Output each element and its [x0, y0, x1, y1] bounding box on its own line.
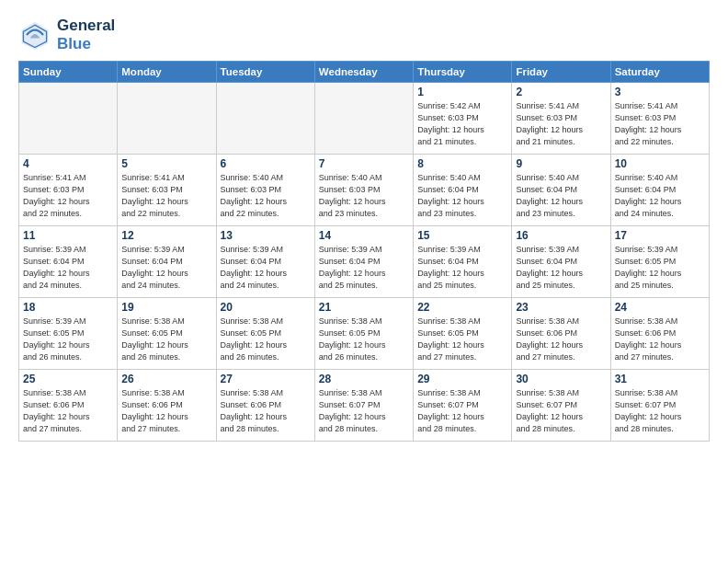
weekday-header-saturday: Saturday: [610, 62, 709, 83]
day-info: Sunrise: 5:41 AM Sunset: 6:03 PM Dayligh…: [615, 100, 705, 148]
day-info: Sunrise: 5:41 AM Sunset: 6:03 PM Dayligh…: [516, 100, 606, 148]
calendar-cell: 14Sunrise: 5:39 AM Sunset: 6:04 PM Dayli…: [314, 226, 413, 298]
day-info: Sunrise: 5:41 AM Sunset: 6:03 PM Dayligh…: [23, 172, 113, 220]
day-number: 16: [516, 229, 606, 242]
day-info: Sunrise: 5:39 AM Sunset: 6:04 PM Dayligh…: [23, 244, 113, 292]
calendar-cell: 1Sunrise: 5:42 AM Sunset: 6:03 PM Daylig…: [414, 83, 512, 155]
day-info: Sunrise: 5:40 AM Sunset: 6:04 PM Dayligh…: [516, 172, 606, 220]
calendar-cell: [118, 83, 216, 155]
calendar-cell: 26Sunrise: 5:38 AM Sunset: 6:06 PM Dayli…: [118, 370, 216, 442]
day-info: Sunrise: 5:39 AM Sunset: 6:04 PM Dayligh…: [121, 244, 211, 292]
calendar-cell: 7Sunrise: 5:40 AM Sunset: 6:03 PM Daylig…: [314, 155, 413, 226]
calendar-cell: 8Sunrise: 5:40 AM Sunset: 6:04 PM Daylig…: [414, 155, 512, 226]
calendar-cell: 6Sunrise: 5:40 AM Sunset: 6:03 PM Daylig…: [216, 155, 314, 226]
day-info: Sunrise: 5:38 AM Sunset: 6:05 PM Dayligh…: [221, 316, 311, 363]
weekday-header-sunday: Sunday: [19, 62, 118, 83]
day-number: 11: [23, 229, 113, 242]
calendar-cell: 19Sunrise: 5:38 AM Sunset: 6:05 PM Dayli…: [118, 298, 216, 370]
weekday-header-friday: Friday: [512, 62, 610, 83]
day-info: Sunrise: 5:38 AM Sunset: 6:05 PM Dayligh…: [319, 316, 409, 363]
weekday-header-row: SundayMondayTuesdayWednesdayThursdayFrid…: [19, 62, 710, 83]
day-number: 25: [23, 373, 113, 385]
day-number: 26: [121, 373, 211, 385]
calendar-cell: 17Sunrise: 5:39 AM Sunset: 6:05 PM Dayli…: [610, 226, 709, 298]
day-info: Sunrise: 5:38 AM Sunset: 6:06 PM Dayligh…: [23, 387, 113, 435]
calendar-cell: 23Sunrise: 5:38 AM Sunset: 6:06 PM Dayli…: [512, 298, 610, 370]
day-number: 2: [516, 86, 606, 98]
calendar-table: SundayMondayTuesdayWednesdayThursdayFrid…: [18, 61, 710, 442]
calendar-cell: 2Sunrise: 5:41 AM Sunset: 6:03 PM Daylig…: [512, 83, 610, 155]
day-info: Sunrise: 5:41 AM Sunset: 6:03 PM Dayligh…: [121, 172, 211, 220]
day-info: Sunrise: 5:40 AM Sunset: 6:04 PM Dayligh…: [615, 172, 705, 220]
day-info: Sunrise: 5:39 AM Sunset: 6:04 PM Dayligh…: [516, 244, 606, 292]
logo: General Blue: [18, 17, 115, 53]
calendar-cell: 3Sunrise: 5:41 AM Sunset: 6:03 PM Daylig…: [610, 83, 709, 155]
day-number: 24: [615, 301, 705, 314]
calendar-cell: 24Sunrise: 5:38 AM Sunset: 6:06 PM Dayli…: [610, 298, 709, 370]
calendar-cell: 28Sunrise: 5:38 AM Sunset: 6:07 PM Dayli…: [314, 370, 413, 442]
day-number: 21: [319, 301, 409, 314]
calendar-cell: 22Sunrise: 5:38 AM Sunset: 6:05 PM Dayli…: [414, 298, 512, 370]
day-number: 19: [121, 301, 211, 314]
week-row-3: 11Sunrise: 5:39 AM Sunset: 6:04 PM Dayli…: [19, 226, 710, 298]
logo-text: General Blue: [57, 17, 115, 53]
day-number: 3: [615, 86, 705, 98]
day-info: Sunrise: 5:38 AM Sunset: 6:06 PM Dayligh…: [516, 316, 606, 363]
day-number: 1: [417, 86, 507, 98]
day-info: Sunrise: 5:38 AM Sunset: 6:07 PM Dayligh…: [417, 387, 507, 435]
day-number: 17: [615, 229, 705, 242]
day-info: Sunrise: 5:40 AM Sunset: 6:03 PM Dayligh…: [319, 172, 409, 220]
calendar-cell: 9Sunrise: 5:40 AM Sunset: 6:04 PM Daylig…: [512, 155, 610, 226]
day-number: 28: [319, 373, 409, 385]
calendar-cell: 13Sunrise: 5:39 AM Sunset: 6:04 PM Dayli…: [216, 226, 314, 298]
day-info: Sunrise: 5:38 AM Sunset: 6:07 PM Dayligh…: [615, 387, 705, 435]
day-number: 10: [615, 157, 705, 170]
day-number: 20: [221, 301, 311, 314]
weekday-header-tuesday: Tuesday: [216, 62, 314, 83]
calendar-cell: 21Sunrise: 5:38 AM Sunset: 6:05 PM Dayli…: [314, 298, 413, 370]
day-info: Sunrise: 5:38 AM Sunset: 6:06 PM Dayligh…: [615, 316, 705, 363]
weekday-header-wednesday: Wednesday: [314, 62, 413, 83]
calendar-cell: 20Sunrise: 5:38 AM Sunset: 6:05 PM Dayli…: [216, 298, 314, 370]
day-info: Sunrise: 5:38 AM Sunset: 6:05 PM Dayligh…: [121, 316, 211, 363]
calendar-cell: [19, 83, 118, 155]
day-number: 15: [417, 229, 507, 242]
day-number: 30: [516, 373, 606, 385]
calendar-cell: 30Sunrise: 5:38 AM Sunset: 6:07 PM Dayli…: [512, 370, 610, 442]
day-info: Sunrise: 5:40 AM Sunset: 6:04 PM Dayligh…: [417, 172, 507, 220]
calendar-cell: 25Sunrise: 5:38 AM Sunset: 6:06 PM Dayli…: [19, 370, 118, 442]
calendar-body: 1Sunrise: 5:42 AM Sunset: 6:03 PM Daylig…: [19, 83, 710, 442]
calendar-cell: 11Sunrise: 5:39 AM Sunset: 6:04 PM Dayli…: [19, 226, 118, 298]
page: General Blue SundayMondayTuesdayWednesda…: [0, 0, 728, 563]
calendar-cell: 29Sunrise: 5:38 AM Sunset: 6:07 PM Dayli…: [414, 370, 512, 442]
day-number: 27: [221, 373, 311, 385]
day-info: Sunrise: 5:39 AM Sunset: 6:04 PM Dayligh…: [319, 244, 409, 292]
day-number: 29: [417, 373, 507, 385]
day-number: 9: [516, 157, 606, 170]
calendar-cell: 10Sunrise: 5:40 AM Sunset: 6:04 PM Dayli…: [610, 155, 709, 226]
day-number: 18: [23, 301, 113, 314]
day-info: Sunrise: 5:38 AM Sunset: 6:06 PM Dayligh…: [221, 387, 311, 435]
day-info: Sunrise: 5:39 AM Sunset: 6:04 PM Dayligh…: [417, 244, 507, 292]
day-number: 22: [417, 301, 507, 314]
calendar-cell: 5Sunrise: 5:41 AM Sunset: 6:03 PM Daylig…: [118, 155, 216, 226]
week-row-2: 4Sunrise: 5:41 AM Sunset: 6:03 PM Daylig…: [19, 155, 710, 226]
day-info: Sunrise: 5:40 AM Sunset: 6:03 PM Dayligh…: [221, 172, 311, 220]
day-info: Sunrise: 5:39 AM Sunset: 6:04 PM Dayligh…: [221, 244, 311, 292]
day-number: 5: [121, 157, 211, 170]
logo-icon: [18, 18, 51, 52]
day-info: Sunrise: 5:42 AM Sunset: 6:03 PM Dayligh…: [417, 100, 507, 148]
week-row-1: 1Sunrise: 5:42 AM Sunset: 6:03 PM Daylig…: [19, 83, 710, 155]
day-number: 13: [221, 229, 311, 242]
day-number: 12: [121, 229, 211, 242]
day-info: Sunrise: 5:38 AM Sunset: 6:05 PM Dayligh…: [417, 316, 507, 363]
day-info: Sunrise: 5:38 AM Sunset: 6:07 PM Dayligh…: [319, 387, 409, 435]
calendar-cell: 16Sunrise: 5:39 AM Sunset: 6:04 PM Dayli…: [512, 226, 610, 298]
week-row-4: 18Sunrise: 5:39 AM Sunset: 6:05 PM Dayli…: [19, 298, 710, 370]
day-number: 8: [417, 157, 507, 170]
day-info: Sunrise: 5:38 AM Sunset: 6:07 PM Dayligh…: [516, 387, 606, 435]
calendar-cell: [216, 83, 314, 155]
calendar-header: SundayMondayTuesdayWednesdayThursdayFrid…: [19, 62, 710, 83]
week-row-5: 25Sunrise: 5:38 AM Sunset: 6:06 PM Dayli…: [19, 370, 710, 442]
calendar-cell: 31Sunrise: 5:38 AM Sunset: 6:07 PM Dayli…: [610, 370, 709, 442]
